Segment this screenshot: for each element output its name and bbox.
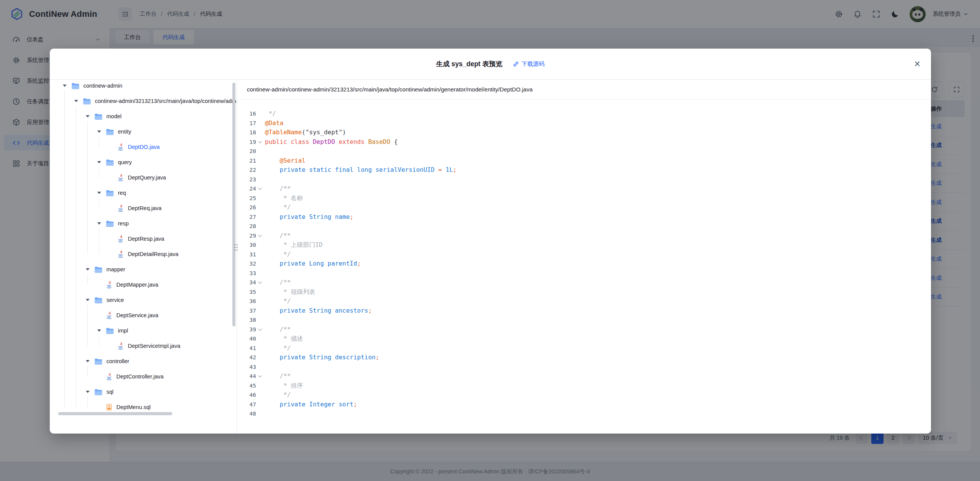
code-line: 21 @Serial [237,156,931,166]
fold-caret-icon[interactable] [256,278,265,287]
tree-node-deptreq-java[interactable]: DeptReq.java [50,201,231,216]
tree-node-continew-admin-3213213-src-main-java-top-continew-admin-generator[interactable]: continew-admin/3213213/src/main/java/top… [50,93,231,109]
line-number: 27 [237,212,256,222]
line-number: 43 [237,362,256,372]
tree-expand-caret[interactable] [96,129,103,135]
line-number: 26 [237,203,256,212]
fold-gutter [256,287,265,297]
tree-expand-caret[interactable] [96,220,103,227]
tree-node-label: resp [118,220,129,227]
fold-gutter [256,297,265,306]
tree-expand-caret[interactable] [84,266,91,272]
java-file-icon [117,250,124,258]
fold-gutter [256,165,265,175]
tree-node-label: mapper [106,266,125,272]
tree-node-service[interactable]: service [50,292,231,308]
folder-icon [94,358,103,365]
tree-node-label: DeptMapper.java [116,282,158,288]
tree-node-req[interactable]: req [50,185,231,201]
java-file-icon [106,281,113,289]
code-text: * 排序 [265,381,303,391]
fold-gutter [256,156,265,166]
java-file-icon [117,174,124,181]
fold-caret-icon[interactable] [256,325,265,334]
tree-node-deptdetailresp-java[interactable]: DeptDetailResp.java [50,246,231,262]
tree-expand-caret[interactable] [96,328,103,334]
modal-header: 生成 sys_dept 表预览 下载源码 × [50,49,931,80]
tree-node-deptservice-java[interactable]: DeptService.java [50,308,231,323]
code-line: 44 /** [237,372,931,381]
code-text: */ [265,344,291,353]
tree-expand-caret[interactable] [84,297,91,303]
folder-icon [106,220,114,227]
tree-node-deptcontroller-java[interactable]: DeptController.java [50,369,231,384]
tree-node-mapper[interactable]: mapper [50,262,231,277]
line-number: 25 [237,194,256,203]
tree-node-continew-admin[interactable]: continew-admin [50,80,231,93]
fold-gutter [256,222,265,231]
fold-caret-icon[interactable] [256,184,265,194]
tree-node-query[interactable]: query [50,155,231,170]
fold-caret-icon[interactable] [256,137,265,147]
code-line: 45 * 排序 [237,381,931,391]
tree-expand-caret[interactable] [96,159,103,165]
file-tree-panel: continew-admincontinew-admin/3213213/src… [50,80,237,434]
tree-node-label: impl [118,328,128,334]
tree-indent-guide [99,167,99,178]
code-line: 40 * 描述 [237,334,931,344]
code-line: 26 */ [237,203,931,212]
code-line: 31 */ [237,250,931,259]
folder-icon [106,189,114,197]
tree-expand-caret[interactable] [73,98,80,104]
code-line: 43 [237,362,931,372]
fold-caret-icon[interactable] [256,372,265,381]
tree-node-deptquery-java[interactable]: DeptQuery.java [50,170,231,185]
download-source-link[interactable]: 下载源码 [513,60,545,68]
tree-horizontal-scrollbar[interactable] [58,412,172,415]
code-panel: continew-admin/continew-admin/3213213/sr… [237,80,931,434]
fold-gutter [256,400,265,409]
fold-caret-icon[interactable] [256,231,265,241]
tree-expand-caret[interactable] [84,113,91,119]
line-number: 19 [237,137,256,147]
code-text: private String name; [265,212,353,222]
code-text: /** [265,231,291,241]
code-text: public class DeptDO extends BaseDO { [265,137,398,147]
tree-node-sql[interactable]: sql [50,384,231,399]
tree-node-deptresp-java[interactable]: DeptResp.java [50,231,231,246]
line-number: 35 [237,287,256,297]
download-source-label: 下载源码 [522,60,545,68]
tree-vertical-scrollbar[interactable] [232,83,235,326]
tree-node-controller[interactable]: controller [50,354,231,369]
code-text: * 名称 [265,194,303,203]
tree-node-label: DeptReq.java [128,205,162,211]
tree-expand-caret[interactable] [96,190,103,196]
tree-node-deptdo-java[interactable]: DeptDO.java [50,139,231,155]
tree-indent-guide [99,336,99,346]
tree-node-impl[interactable]: impl [50,323,231,338]
fold-gutter [256,409,265,419]
link-icon [513,61,519,67]
tree-node-label: entity [118,129,131,135]
code-text: * 上级部门ID [265,240,323,250]
code-line: 25 * 名称 [237,194,931,203]
line-number: 31 [237,250,256,259]
tree-node-label: DeptQuery.java [128,174,166,181]
modal-close-button[interactable]: × [914,59,920,69]
tree-indent-guide [87,397,88,407]
tree-node-label: continew-admin/3213213/src/main/java/top… [95,98,237,104]
tree-indent-guide [87,366,88,377]
tree-expand-caret[interactable] [61,83,68,89]
fold-gutter [256,362,265,372]
code-text: @Serial [265,156,305,166]
tree-node-deptmapper-java[interactable]: DeptMapper.java [50,277,231,292]
tree-node-deptserviceimpl-java[interactable]: DeptServiceImpl.java [50,338,231,354]
panel-resize-handle[interactable] [234,243,238,252]
fold-gutter [256,353,265,362]
tree-node-resp[interactable]: resp [50,216,231,231]
tree-expand-caret[interactable] [84,358,91,364]
tree-expand-caret[interactable] [84,389,91,395]
tree-node-model[interactable]: model [50,109,231,124]
code-line: 28 [237,222,931,231]
tree-node-entity[interactable]: entity [50,124,231,139]
